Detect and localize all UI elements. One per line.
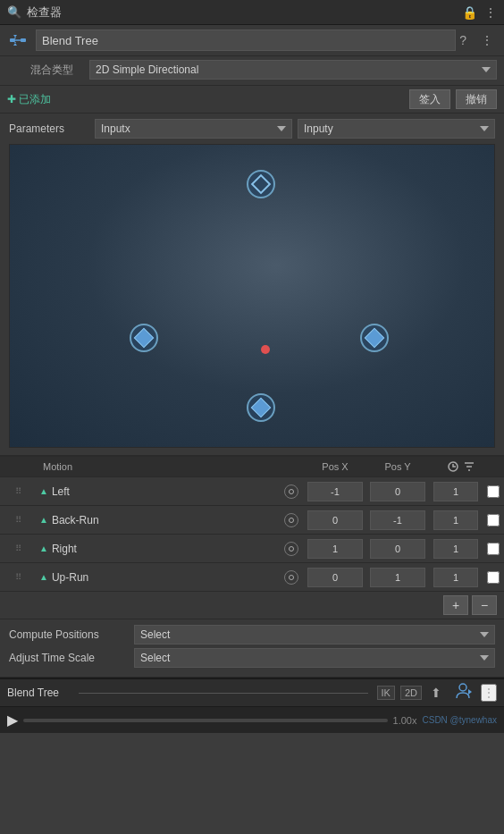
motion-cb-1[interactable] (483, 514, 504, 527)
play-button[interactable]: ▶ (7, 712, 18, 729)
compute-positions-row: Compute Positions Select Velocity XZ Spe… (9, 625, 495, 644)
motion-posx-1[interactable]: 0 (304, 510, 366, 530)
motion-posy-2[interactable]: 0 (366, 539, 429, 559)
target-inner-3 (289, 575, 294, 580)
mix-type-select[interactable]: 2D Simple Directional 1D 2D Freeform Dir… (89, 60, 497, 80)
node-diamond-right (365, 328, 385, 349)
motion-posy-1[interactable]: -1 (366, 510, 429, 530)
svg-rect-1 (21, 38, 26, 42)
adjust-time-scale-select[interactable]: Select Homogeneous Speed Reset Time Scal… (134, 648, 495, 668)
time-label: 1.00x (393, 715, 417, 726)
motion-triangle-3: ▲ (39, 572, 48, 582)
posx-input-1[interactable]: 0 (307, 510, 363, 530)
graph-node-left[interactable] (130, 324, 158, 352)
graph-node-right[interactable] (360, 324, 389, 352)
watermark-label: CSDN @tynewhax (422, 715, 497, 725)
extra-input-0[interactable]: 1 (433, 482, 478, 501)
checkbox-2[interactable] (487, 543, 500, 555)
add-label[interactable]: ✚ 已添加 (7, 92, 51, 107)
add-row: ✚ 已添加 签入 撤销 (0, 86, 504, 114)
graph-node-down[interactable] (247, 393, 275, 422)
mix-type-row: 混合类型 2D Simple Directional 1D 2D Freefor… (0, 56, 504, 86)
ik-button[interactable]: IK (377, 686, 395, 700)
blend-tree-name-input[interactable]: Blend Tree (36, 29, 456, 51)
target-inner-1 (289, 518, 294, 523)
node-diamond-down (251, 398, 272, 418)
top-bar-left: 🔍 检查器 (7, 4, 62, 21)
center-red-dot (261, 345, 270, 354)
motion-target-2[interactable] (284, 542, 298, 556)
checkbox-0[interactable] (487, 485, 500, 498)
blend-tree-icon (7, 29, 29, 51)
svg-marker-12 (468, 689, 472, 695)
compute-positions-select[interactable]: Select Velocity XZ Speed Normalized Spee… (134, 625, 495, 644)
posx-input-2[interactable]: 1 (307, 539, 363, 559)
motion-cb-2[interactable] (483, 543, 504, 555)
top-bar-title: 检查器 (27, 4, 62, 21)
2d-button[interactable]: 2D (400, 686, 422, 700)
posy-input-0[interactable]: 0 (370, 482, 425, 501)
motion-posx-3[interactable]: 0 (304, 568, 366, 587)
blend-graph[interactable] (9, 144, 495, 448)
sign-in-button[interactable]: 签入 (409, 89, 450, 109)
row-handle-1[interactable]: ⠿ (0, 515, 36, 525)
table-row: ⠿ ▲ Back-Run 0 -1 1 (0, 506, 504, 535)
motion-target-3[interactable] (284, 570, 298, 585)
checkbox-1[interactable] (487, 514, 500, 527)
avatar-button[interactable] (450, 681, 475, 704)
extra-input-2[interactable]: 1 (433, 539, 478, 559)
motion-extra-2[interactable]: 1 (429, 539, 483, 559)
playback-bar: ▶ 1.00x CSDN @tynewhax (0, 706, 504, 733)
motion-target-1[interactable] (284, 513, 298, 527)
motion-extra-3[interactable]: 1 (429, 568, 483, 587)
motion-posy-0[interactable]: 0 (366, 482, 429, 501)
row-handle-3[interactable]: ⠿ (0, 572, 36, 582)
remove-motion-button[interactable]: − (472, 595, 497, 615)
extra-input-1[interactable]: 1 (433, 510, 478, 530)
checkbox-3[interactable] (487, 571, 500, 584)
add-buttons: 签入 撤销 (409, 89, 497, 109)
posy-input-1[interactable]: -1 (370, 510, 425, 530)
motion-triangle-0: ▲ (39, 486, 48, 496)
cancel-button[interactable]: 撤销 (456, 89, 497, 109)
motion-extra-0[interactable]: 1 (429, 482, 483, 501)
motion-target-0[interactable] (284, 484, 298, 499)
posy-input-3[interactable]: 1 (370, 568, 425, 587)
help-button[interactable]: ? (456, 31, 470, 49)
motion-posy-3[interactable]: 1 (366, 568, 429, 587)
toolbar-menu-button[interactable]: ⋮ (481, 684, 497, 702)
up-button[interactable]: ⬆ (427, 684, 445, 702)
posy-input-2[interactable]: 0 (370, 539, 425, 559)
motion-posx-2[interactable]: 1 (304, 539, 366, 559)
add-motion-button[interactable]: + (443, 595, 468, 615)
header-motion: Motion (36, 461, 304, 472)
motion-posx-0[interactable]: -1 (304, 482, 366, 501)
adjust-time-scale-row: Adjust Time Scale Select Homogeneous Spe… (9, 648, 495, 668)
posx-input-3[interactable]: 0 (307, 568, 363, 587)
row-handle-2[interactable]: ⠿ (0, 543, 36, 553)
adjust-time-scale-label: Adjust Time Scale (9, 652, 134, 664)
motion-triangle-2: ▲ (39, 543, 48, 553)
lock-icon[interactable]: 🔒 (462, 5, 477, 20)
svg-marker-3 (13, 35, 17, 38)
extra-input-3[interactable]: 1 (433, 568, 478, 587)
top-bar-right: 🔒 ⋮ (462, 5, 497, 20)
blend-tree-title-row: Blend Tree (7, 29, 456, 51)
loop-icon (447, 460, 459, 473)
motion-cb-0[interactable] (483, 485, 504, 498)
topbar-menu-icon[interactable]: ⋮ (484, 5, 497, 20)
svg-rect-0 (10, 38, 15, 42)
timeline-bar[interactable] (23, 719, 388, 722)
row-handle-0[interactable]: ⠿ (0, 486, 36, 496)
motion-cb-3[interactable] (483, 571, 504, 584)
header-menu-button[interactable]: ⋮ (477, 31, 497, 49)
motion-extra-1[interactable]: 1 (429, 510, 483, 530)
motion-text-0: Left (52, 485, 70, 498)
posx-input-0[interactable]: -1 (307, 482, 363, 501)
motion-name-2: ▲ Right (36, 542, 304, 556)
param1-select[interactable]: Inputx Inputy (95, 119, 292, 139)
graph-node-up[interactable] (247, 170, 275, 198)
bt-separator-line (79, 693, 368, 694)
motion-table-header: Motion Pos X Pos Y (0, 457, 504, 477)
param2-select[interactable]: Inputy Inputx (298, 119, 495, 139)
